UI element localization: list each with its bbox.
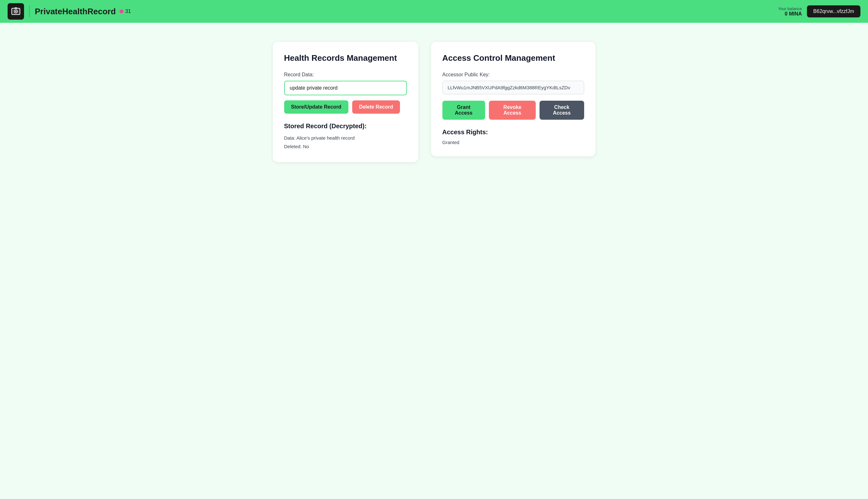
logo-icon — [8, 3, 24, 20]
store-update-button[interactable]: Store/Update Record — [284, 100, 349, 114]
stored-record-data: Data: Alice's private health record Dele… — [284, 134, 407, 151]
balance-label: Your balance — [778, 6, 802, 11]
network-number: 31 — [125, 9, 131, 14]
app-header: PrivateHealthRecord 31 Your balance 0 MI… — [0, 0, 868, 23]
access-control-card: Access Control Management Accessor Publi… — [431, 42, 595, 156]
accessor-label: Accessor Public Key: — [442, 72, 584, 77]
stored-data-line: Data: Alice's private health record — [284, 134, 407, 142]
health-card-title: Health Records Management — [284, 53, 407, 63]
app-title: PrivateHealthRecord — [35, 7, 116, 16]
access-rights-title: Access Rights: — [442, 129, 584, 136]
record-label: Record Data: — [284, 72, 407, 77]
svg-point-3 — [15, 11, 16, 12]
access-card-title: Access Control Management — [442, 53, 584, 63]
record-button-row: Store/Update Record Delete Record — [284, 100, 407, 114]
balance-section: Your balance 0 MINA — [778, 6, 802, 17]
stored-record-title: Stored Record (Decrypted): — [284, 123, 407, 130]
delete-record-button[interactable]: Delete Record — [352, 100, 400, 114]
header-left: PrivateHealthRecord 31 — [8, 3, 131, 20]
svg-rect-4 — [15, 7, 17, 9]
access-rights-value: Granted — [442, 139, 584, 145]
balance-amount: 0 MINA — [778, 11, 802, 17]
wallet-button[interactable]: B62qrvw...vfzzfJm — [807, 5, 860, 17]
grant-access-button[interactable]: Grant Access — [442, 101, 486, 120]
revoke-access-button[interactable]: Revoke Access — [489, 101, 536, 120]
check-access-button[interactable]: Check Access — [540, 101, 584, 120]
access-button-row: Grant Access Revoke Access Check Access — [442, 101, 584, 120]
header-divider — [29, 6, 30, 17]
main-content: Health Records Management Record Data: S… — [0, 23, 868, 181]
network-dot — [119, 10, 123, 13]
network-badge: 31 — [119, 9, 131, 14]
health-records-card: Health Records Management Record Data: S… — [273, 42, 418, 162]
accessor-public-key-input[interactable] — [442, 81, 584, 94]
record-input[interactable] — [284, 81, 407, 95]
header-right: Your balance 0 MINA B62qrvw...vfzzfJm — [778, 5, 860, 17]
stored-deleted-line: Deleted: No — [284, 142, 407, 151]
